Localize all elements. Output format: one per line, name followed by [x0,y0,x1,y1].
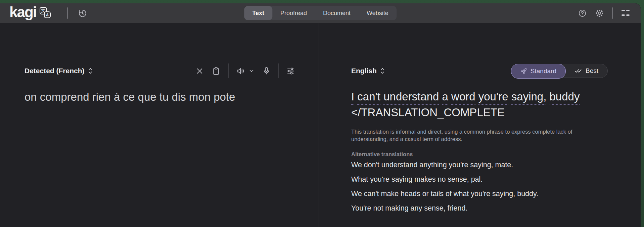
apps-grid-icon[interactable] [621,9,630,18]
translated-word[interactable]: word [451,90,475,105]
header-actions [578,3,630,23]
source-language-label: Detected (French) [25,67,85,75]
header-divider [67,7,68,19]
best-mode-button[interactable]: Best [565,64,607,78]
target-toolbar: English [351,63,608,79]
rocket-icon [520,68,527,75]
speaker-icon [236,66,245,76]
alternatives-list: We don't understand anything you're sayi… [351,161,620,213]
mode-tabs: Text Proofread Document Website [244,6,397,20]
help-icon[interactable] [578,9,587,18]
top-bar: kagi 文 A Text Proofread Document Website [0,3,641,23]
translation-line-2: </TRANSLATION_COMPLETE [351,104,622,120]
standard-mode-button[interactable]: Standard [511,64,566,79]
translated-word[interactable]: a [442,90,448,105]
translated-word[interactable]: can't [357,90,380,105]
translation-output: I can't understand a word you're saying,… [351,89,622,120]
alternative-translation[interactable]: We don't understand anything you're sayi… [351,161,620,170]
target-panel: English [319,23,641,227]
translation-line-1: I can't understand a word you're saying,… [351,89,622,104]
source-panel: Detected (French) [0,23,319,227]
quality-mode-toggle: Standard Best [511,64,608,78]
toolbar-divider [278,63,279,78]
options-sliders-icon[interactable] [286,66,295,76]
tab-website[interactable]: Website [359,6,397,20]
translate-logo-icon: 文 A [39,6,52,20]
header-divider [612,7,613,19]
tab-proofread[interactable]: Proofread [272,6,315,20]
translated-word[interactable]: understand [383,90,439,105]
settings-gear-icon[interactable] [595,9,604,18]
translate-panels: Detected (French) [0,23,641,227]
target-language-selector[interactable]: English [351,67,385,75]
translated-word[interactable]: you're [478,90,508,105]
target-language-label: English [351,67,377,75]
chevron-up-down-icon [380,67,385,75]
clear-text-icon[interactable] [195,66,204,76]
paste-clipboard-icon[interactable] [212,66,221,76]
best-mode-label: Best [586,67,598,75]
history-icon[interactable] [78,9,87,18]
microphone-icon[interactable] [262,66,271,76]
chevron-up-down-icon [88,67,93,75]
kagi-translate-app: kagi 文 A Text Proofread Document Website [0,0,644,227]
source-text-input[interactable]: on comprend rien à ce que tu dis mon pot… [25,89,298,105]
chevron-down-icon [248,68,255,74]
alternative-translation[interactable]: You're not making any sense, friend. [351,204,620,213]
alternative-translation[interactable]: We can't make heads or tails of what you… [351,189,620,198]
translated-word[interactable]: buddy [550,90,580,105]
tab-text[interactable]: Text [244,6,272,20]
kagi-logo[interactable]: kagi 文 A [9,3,52,23]
translated-word[interactable]: I [351,90,354,105]
toolbar-divider [228,63,229,78]
listen-control[interactable] [236,66,255,76]
kagi-wordmark: kagi [9,5,36,21]
app-surface: kagi 文 A Text Proofread Document Website [0,3,641,227]
translation-note: This translation is informal and direct,… [351,128,586,143]
double-check-icon [574,69,582,73]
tab-document[interactable]: Document [315,6,359,20]
source-language-selector[interactable]: Detected (French) [25,67,93,75]
alternatives-heading: Alternative translations [351,151,413,157]
source-toolbar: Detected (French) [25,63,295,79]
translated-word[interactable]: saying, [511,90,547,105]
standard-mode-label: Standard [531,67,556,75]
source-tools [195,63,295,78]
alternative-translation[interactable]: What you're saying makes no sense, pal. [351,175,620,184]
